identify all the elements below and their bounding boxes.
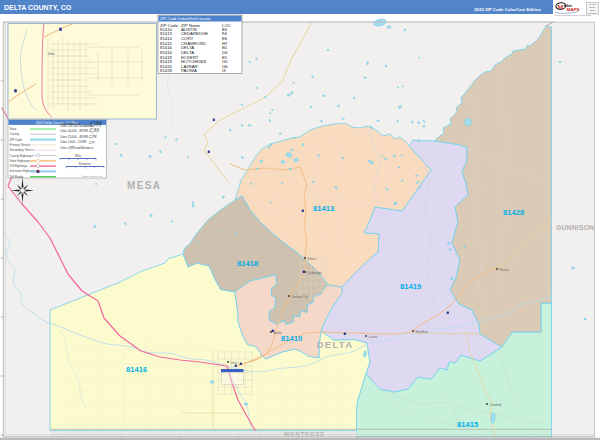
svg-text:Delta: Delta (48, 52, 55, 56)
svg-text:81419: 81419 (400, 282, 421, 291)
svg-text:Crawford: Crawford (490, 403, 502, 407)
svg-text:TORY: TORY (590, 9, 596, 11)
svg-text:I3: I3 (222, 68, 226, 73)
svg-text:America’s Leading Provider of: America’s Leading Provider of Market Map… (554, 14, 591, 16)
svg-text:County: County (10, 132, 20, 136)
svg-text:County Highways: County Highways (10, 154, 34, 158)
svg-text:ZIP Code: ZIP Code (10, 138, 23, 142)
svg-text:DELTA COUNTY, CO: DELTA COUNTY, CO (4, 4, 72, 12)
svg-text:Cities 25,000 - 49,999: Cities 25,000 - 49,999 (60, 135, 88, 139)
svg-text:81418: 81418 (237, 259, 258, 268)
svg-text:GUNNISON: GUNNISON (556, 224, 594, 231)
svg-text:2022 ZIP Code ColorCast Editio: 2022 ZIP Code ColorCast Edition (474, 7, 541, 12)
svg-text:Paonia: Paonia (500, 268, 509, 272)
svg-text:State Highways: State Highways (10, 159, 31, 163)
svg-text:Lazear: Lazear (369, 335, 378, 339)
svg-text:Hotchkiss: Hotchkiss (416, 330, 429, 334)
svg-text:Cedaredge: Cedaredge (308, 271, 323, 275)
svg-text:Cities 50,000 - 99,999: Cities 50,000 - 99,999 (60, 129, 88, 133)
svg-text:MONTROSE: MONTROSE (284, 431, 325, 437)
svg-text:Primary Streets: Primary Streets (10, 143, 31, 147)
svg-text:PAONIA: PAONIA (181, 68, 197, 73)
svg-text:Cities 4,999 and Below: Cities 4,999 and Below (60, 146, 90, 150)
svg-text:DELTA: DELTA (317, 339, 354, 350)
svg-text:©2022 MarketMAPS: ©2022 MarketMAPS (81, 175, 102, 177)
svg-text:81415: 81415 (457, 420, 479, 429)
svg-text:Miles: Miles (75, 154, 82, 158)
svg-text:US Highways: US Highways (10, 164, 29, 168)
svg-text:Delta: Delta (231, 361, 238, 365)
svg-text:81416: 81416 (126, 365, 147, 374)
svg-text:Toll Roads: Toll Roads (10, 175, 25, 179)
svg-text:Austin: Austin (274, 331, 282, 335)
svg-text:Cities 5,000 - 24,999: Cities 5,000 - 24,999 (60, 140, 87, 144)
svg-text:Kilometers: Kilometers (79, 162, 92, 166)
svg-text:SALES: SALES (589, 3, 596, 5)
svg-text:M: M (557, 3, 563, 10)
svg-text:MESA: MESA (127, 180, 162, 191)
svg-text:81413: 81413 (313, 204, 334, 213)
svg-text:81410: 81410 (281, 334, 302, 343)
svg-text:81428: 81428 (503, 208, 524, 217)
svg-text:ZIP Code Index/Grid Locator: ZIP Code Index/Grid Locator (160, 16, 212, 21)
svg-text:State: State (10, 127, 17, 131)
svg-text:81428: 81428 (160, 68, 173, 73)
svg-text:MAPS: MAPS (590, 12, 597, 14)
svg-text:Orchard City: Orchard City (292, 295, 309, 299)
svg-text:Eckert: Eckert (308, 257, 316, 261)
svg-text:TERRI-: TERRI- (589, 6, 596, 8)
